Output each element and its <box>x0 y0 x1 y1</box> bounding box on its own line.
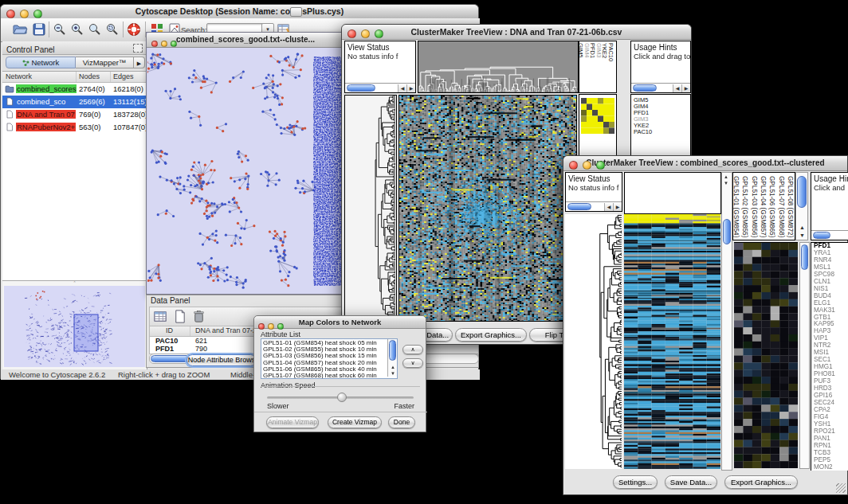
treeview-button[interactable]: Export Graphics... <box>455 328 527 342</box>
close-button[interactable] <box>258 323 265 330</box>
gene-label[interactable]: MON2 <box>814 464 848 471</box>
scroll-thumb[interactable] <box>389 340 396 361</box>
new-attribute-icon[interactable] <box>172 309 188 325</box>
view-status-hscrollbar[interactable]: ◀ ▶ <box>345 83 415 92</box>
scroll-left-arrow[interactable]: ◀ <box>398 84 406 92</box>
scroll-up-arrow[interactable]: ▲ <box>799 225 805 230</box>
move-down-button[interactable]: ∨ <box>402 358 423 368</box>
treeview-combined-titlebar[interactable]: ClusterMaker TreeView : combined_scores_… <box>563 156 847 171</box>
float-panel-icon[interactable] <box>133 44 143 53</box>
minimize-button[interactable] <box>268 323 274 330</box>
zoom-window-button[interactable] <box>375 29 383 38</box>
animation-slider[interactable] <box>267 397 414 399</box>
node-attribute-browser-button[interactable]: Node Attribute Brows <box>186 354 257 366</box>
zoom-selected-icon[interactable] <box>104 21 120 37</box>
close-button[interactable] <box>569 161 578 170</box>
minimize-button[interactable] <box>20 10 29 18</box>
close-button[interactable] <box>151 41 158 47</box>
listbox-vscrollbar[interactable]: ▲ ▼ <box>387 339 397 377</box>
heatmap-3[interactable] <box>734 243 798 468</box>
tabs-overflow-button[interactable]: ▶ <box>134 57 145 68</box>
delete-attribute-icon[interactable] <box>191 309 207 325</box>
treeview-button[interactable]: Export Graphics... <box>724 475 798 489</box>
scroll-thumb[interactable] <box>723 219 731 244</box>
usage-hints-hscrollbar[interactable]: ◀ ▶ <box>631 83 690 92</box>
close-button[interactable] <box>6 10 15 18</box>
dendro-left-2[interactable] <box>565 214 622 469</box>
scroll-thumb[interactable] <box>567 203 591 210</box>
scroll-right-arrow[interactable]: ▶ <box>406 84 415 92</box>
dialog-titlebar[interactable]: Map Colors to Network <box>254 316 426 329</box>
scroll-up-arrow[interactable]: ▲ <box>391 365 395 369</box>
zoom-in-icon[interactable] <box>69 21 85 37</box>
toolbar-toggle-icon[interactable] <box>290 7 302 17</box>
scroll-thumb[interactable] <box>797 176 807 208</box>
scroll-down-arrow[interactable]: ▼ <box>799 232 805 238</box>
zoom-window-button[interactable] <box>596 161 605 170</box>
help-lifering-icon[interactable] <box>126 21 142 37</box>
labels-vscrollbar[interactable]: ▲ ▼ <box>795 172 808 240</box>
heatmap-1[interactable] <box>399 96 576 321</box>
tab-network[interactable]: Network <box>6 57 76 68</box>
treeview-dna-titlebar[interactable]: ClusterMaker TreeView : DNA and Tran 07-… <box>342 25 691 40</box>
zoom-window-button[interactable] <box>33 10 42 18</box>
secondary-vscrollbar[interactable] <box>799 242 810 469</box>
scroll-down-arrow[interactable]: ▼ <box>724 181 728 186</box>
network-row[interactable]: combined_scores 2764(0) 16218(0) <box>2 83 147 96</box>
usage-hints-hscrollbar[interactable] <box>811 230 848 240</box>
attribute-item[interactable]: GPL51-07 (GSM868) heat shock 60 min <box>261 373 387 379</box>
scroll-right-arrow[interactable]: ▶ <box>681 84 690 92</box>
scroll-thumb[interactable] <box>347 84 375 92</box>
network-row[interactable]: RNAPuberNov2+ 563(0) 107847(0) <box>2 121 147 134</box>
heatmap-2[interactable] <box>624 214 720 469</box>
row-dendrogram-panel[interactable] <box>344 95 397 322</box>
zoom-window-button[interactable] <box>171 41 177 47</box>
heatmap-panel[interactable] <box>624 214 720 469</box>
heatmap-panel[interactable] <box>398 95 577 322</box>
column-dendrogram-panel[interactable] <box>418 41 579 93</box>
minimize-button[interactable] <box>161 41 167 47</box>
minimize-button[interactable] <box>583 161 591 170</box>
dendro-left-1[interactable] <box>345 96 396 321</box>
attribute-select-icon[interactable] <box>153 309 169 325</box>
treeview-button[interactable]: Save Data... <box>665 475 717 489</box>
move-up-button[interactable]: ∧ <box>402 345 423 354</box>
create-vizmap-button[interactable]: Create Vizmap <box>328 416 382 428</box>
dendro-top-1[interactable] <box>418 41 578 92</box>
treeview-button[interactable]: Settings... <box>613 475 658 489</box>
zoom-fit-icon[interactable] <box>87 21 103 37</box>
save-icon[interactable] <box>31 21 47 37</box>
control-panel: Control Panel Network VizMapper™ ▶ Netwo… <box>2 41 147 369</box>
heatmap-vscrollbar[interactable]: ▲ ▼ <box>721 172 732 471</box>
scroll-thumb[interactable] <box>813 232 830 239</box>
scroll-up-arrow[interactable]: ▲ <box>724 174 728 179</box>
miniheat-1[interactable] <box>581 98 614 134</box>
network-canvas[interactable] <box>147 47 344 294</box>
tab-vizmapper[interactable]: VizMapper™ <box>76 57 134 68</box>
scroll-left-arrow[interactable]: ◀ <box>604 203 613 211</box>
scroll-thumb[interactable] <box>801 244 808 270</box>
done-button[interactable]: Done <box>388 416 415 428</box>
slider-thumb[interactable] <box>337 393 347 402</box>
network-row[interactable]: combined_sco 2569(6) 13112(15) <box>2 96 147 108</box>
attribute-listbox[interactable]: GPL51-01 (GSM854) heat shock 05 minGPL51… <box>261 338 398 379</box>
open-file-icon[interactable] <box>12 21 28 37</box>
zoom-window-button[interactable] <box>277 323 284 330</box>
animate-vizmap-button[interactable]: Animate Vizmap <box>266 416 319 428</box>
global-view-panel[interactable] <box>579 94 617 156</box>
resize-grip[interactable] <box>836 483 846 493</box>
main-titlebar[interactable]: Cytoscape Desktop (Session Name: collins… <box>1 5 478 19</box>
zoom-out-icon[interactable] <box>52 21 68 37</box>
view-status-hscrollbar[interactable]: ◀ ▶ <box>566 201 622 211</box>
network-view-titlebar[interactable]: combined_scores_good.txt--cluste... <box>147 33 344 48</box>
secondary-heatmap-panel[interactable] <box>734 242 798 470</box>
birdseye-canvas[interactable] <box>4 286 145 367</box>
scroll-right-arrow[interactable]: ▶ <box>613 203 622 211</box>
scroll-left-arrow[interactable]: ◀ <box>673 84 681 92</box>
minimize-button[interactable] <box>361 29 370 38</box>
scroll-down-arrow[interactable]: ▼ <box>391 371 395 376</box>
scroll-thumb[interactable] <box>633 84 657 92</box>
close-button[interactable] <box>347 29 356 38</box>
network-row[interactable]: DNA and Tran 07 769(0) 183728(0) <box>2 108 147 121</box>
row-dendrogram-panel[interactable] <box>565 214 622 469</box>
